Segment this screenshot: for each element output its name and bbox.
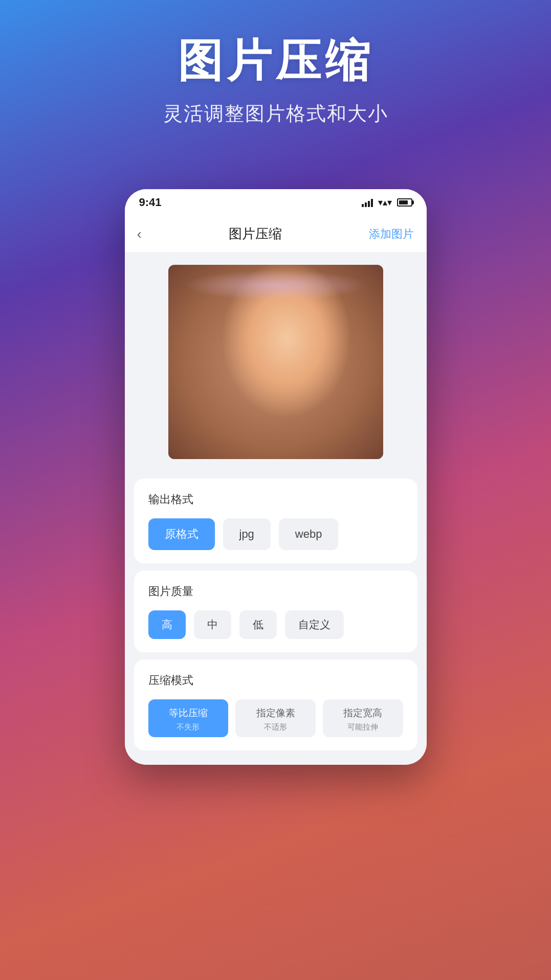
- add-image-button[interactable]: 添加图片: [369, 226, 414, 242]
- quality-title: 图片质量: [148, 584, 403, 599]
- status-time: 9:41: [139, 196, 162, 209]
- format-option-original[interactable]: 原格式: [148, 518, 215, 550]
- back-button[interactable]: ‹: [137, 226, 142, 242]
- format-option-webp[interactable]: webp: [279, 518, 339, 550]
- phone-mockup: 9:41 ▾▴▾ ‹ 图片压缩 添加图片 输出格式 原格式: [125, 189, 427, 765]
- quality-card: 图片质量 高 中 低 自定义: [134, 571, 417, 652]
- quality-option-mid[interactable]: 中: [194, 610, 231, 639]
- page-subtitle: 灵活调整图片格式和大小: [0, 101, 551, 127]
- nav-title: 图片压缩: [229, 225, 282, 243]
- image-preview-area: [125, 253, 427, 471]
- format-card: 输出格式 原格式 jpg webp: [134, 478, 417, 563]
- compress-card: 压缩模式 等比压缩 不失形 指定像素 不适形 指定宽高 可能拉伸: [134, 659, 417, 750]
- status-bar: 9:41 ▾▴▾: [125, 189, 427, 216]
- format-option-jpg[interactable]: jpg: [223, 518, 271, 550]
- quality-option-low[interactable]: 低: [239, 610, 277, 639]
- compress-option-pixel[interactable]: 指定像素 不适形: [235, 699, 316, 737]
- quality-option-custom[interactable]: 自定义: [285, 610, 344, 639]
- quality-option-high[interactable]: 高: [148, 610, 186, 639]
- battery-icon: [397, 198, 412, 207]
- compress-title: 压缩模式: [148, 673, 403, 688]
- wifi-icon: ▾▴▾: [378, 197, 392, 208]
- compress-option-dimension[interactable]: 指定宽高 可能拉伸: [323, 699, 403, 737]
- preview-image: [168, 265, 383, 459]
- header-section: 图片压缩 灵活调整图片格式和大小: [0, 31, 551, 127]
- status-icons: ▾▴▾: [362, 197, 412, 208]
- content-sections: 输出格式 原格式 jpg webp 图片质量 高 中 低 自定义 压缩模式 等比…: [125, 471, 427, 765]
- nav-bar: ‹ 图片压缩 添加图片: [125, 216, 427, 253]
- format-title: 输出格式: [148, 492, 403, 507]
- compress-options: 等比压缩 不失形 指定像素 不适形 指定宽高 可能拉伸: [148, 699, 403, 737]
- signal-icon: [362, 198, 373, 207]
- compress-option-proportional[interactable]: 等比压缩 不失形: [148, 699, 229, 737]
- page-main-title: 图片压缩: [0, 31, 551, 92]
- quality-options: 高 中 低 自定义: [148, 610, 403, 639]
- format-options: 原格式 jpg webp: [148, 518, 403, 550]
